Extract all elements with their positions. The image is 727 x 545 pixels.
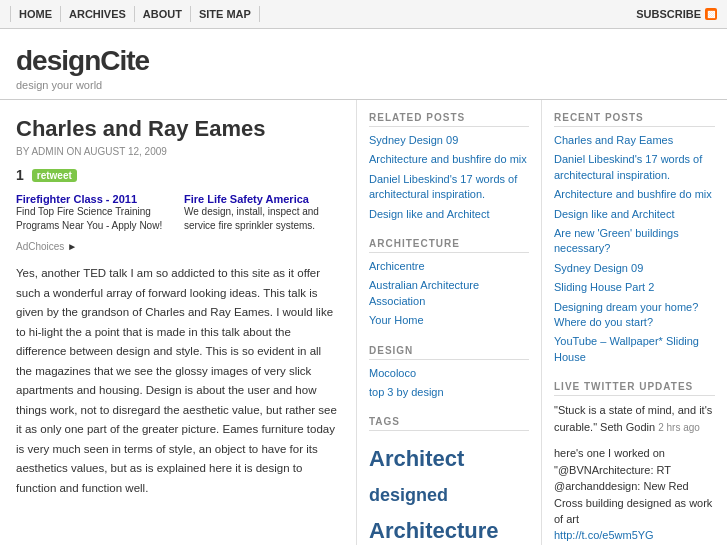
twitter-update-0: "Stuck is a state of mind, and it's cura… bbox=[554, 402, 715, 435]
nav-links: HOME ARCHIVES ABOUT SITE MAP bbox=[10, 6, 260, 22]
arch-link-1[interactable]: Australian Architecture Association bbox=[369, 278, 529, 309]
ads-row: Firefighter Class - 2011 Find Top Fire S… bbox=[16, 193, 340, 233]
ad-2: Fire Life Safety America We design, inst… bbox=[184, 193, 340, 233]
related-posts-section: Related Posts Sydney Design 09 Architect… bbox=[369, 112, 529, 222]
tag-architect[interactable]: Architect bbox=[369, 446, 464, 471]
recent-post-0[interactable]: Charles and Ray Eames bbox=[554, 133, 715, 148]
recent-post-3[interactable]: Design like and Architect bbox=[554, 207, 715, 222]
right-sidebar: Recent Posts Charles and Ray Eames Danie… bbox=[542, 100, 727, 545]
ad-2-body: We design, install, inspect and service … bbox=[184, 205, 340, 233]
recent-post-6[interactable]: Sliding House Part 2 bbox=[554, 280, 715, 295]
design-title: Design bbox=[369, 345, 529, 360]
adchoices-label: AdChoices bbox=[16, 241, 64, 252]
related-posts-title: Related Posts bbox=[369, 112, 529, 127]
site-tagline: design your world bbox=[16, 79, 711, 91]
twitter-update-1: here's one I worked on "@BVNArchitecture… bbox=[554, 445, 715, 545]
retweet-row: 1 retweet bbox=[16, 167, 340, 183]
tags-cloud: Architect designed Architecture Bushfire… bbox=[369, 439, 529, 545]
post-meta: by ADMIN on AUGUST 12, 2009 bbox=[16, 146, 340, 157]
architecture-section: Architecture Archicentre Australian Arch… bbox=[369, 238, 529, 329]
subscribe-link[interactable]: SUBSCRIBE ▩ bbox=[636, 8, 717, 20]
tags-title: Tags bbox=[369, 416, 529, 431]
twitter-title: Live Twitter Updates bbox=[554, 381, 715, 396]
ad-1-link[interactable]: Firefighter Class - 2011 bbox=[16, 193, 137, 205]
mid-sidebar: Related Posts Sydney Design 09 Architect… bbox=[357, 100, 542, 545]
twitter-section: Live Twitter Updates "Stuck is a state o… bbox=[554, 381, 715, 545]
nav-sitemap[interactable]: SITE MAP bbox=[191, 6, 260, 22]
adchoices-arrow: ► bbox=[67, 241, 77, 252]
twitter-link-1[interactable]: http://t.co/e5wm5YG bbox=[554, 528, 715, 543]
recent-post-5[interactable]: Sydney Design 09 bbox=[554, 261, 715, 276]
tags-section: Tags Architect designed Architecture Bus… bbox=[369, 416, 529, 545]
recent-post-4[interactable]: Are new 'Green' buildings necessary? bbox=[554, 226, 715, 257]
design-link-1[interactable]: top 3 by design bbox=[369, 385, 529, 400]
related-post-0[interactable]: Sydney Design 09 bbox=[369, 133, 529, 148]
arch-link-2[interactable]: Your Home bbox=[369, 313, 529, 328]
related-post-3[interactable]: Design like and Architect bbox=[369, 207, 529, 222]
ad-2-link[interactable]: Fire Life Safety America bbox=[184, 193, 309, 205]
related-post-2[interactable]: Daniel Libeskind's 17 words of architect… bbox=[369, 172, 529, 203]
site-title: designCite bbox=[16, 45, 711, 77]
recent-post-1[interactable]: Daniel Libeskind's 17 words of architect… bbox=[554, 152, 715, 183]
content-area: Charles and Ray Eames by ADMIN on AUGUST… bbox=[0, 100, 357, 545]
recent-post-8[interactable]: YouTube – Wallpaper* Sliding House bbox=[554, 334, 715, 365]
twitter-time-0: 2 hrs ago bbox=[658, 422, 700, 433]
adchoices: AdChoices ► bbox=[16, 241, 340, 252]
ad-1: Firefighter Class - 2011 Find Top Fire S… bbox=[16, 193, 172, 233]
recent-posts-section: Recent Posts Charles and Ray Eames Danie… bbox=[554, 112, 715, 365]
rss-icon: ▩ bbox=[705, 8, 717, 20]
tag-designed[interactable]: designed bbox=[369, 485, 448, 505]
subscribe-label: SUBSCRIBE bbox=[636, 8, 701, 20]
site-header: designCite design your world bbox=[0, 29, 727, 100]
tag-architecture[interactable]: Architecture bbox=[369, 518, 499, 543]
architecture-title: Architecture bbox=[369, 238, 529, 253]
post-body: Yes, another TED talk I am so addicted t… bbox=[16, 264, 340, 499]
twitter-text-1: here's one I worked on "@BVNArchitecture… bbox=[554, 447, 712, 525]
design-section: Design Mocoloco top 3 by design bbox=[369, 345, 529, 401]
main-layout: Charles and Ray Eames by ADMIN on AUGUST… bbox=[0, 100, 727, 545]
related-post-1[interactable]: Architecture and bushfire do mix bbox=[369, 152, 529, 167]
nav-home[interactable]: HOME bbox=[10, 6, 61, 22]
nav-archives[interactable]: ARCHIVES bbox=[61, 6, 135, 22]
top-navigation: HOME ARCHIVES ABOUT SITE MAP SUBSCRIBE ▩ bbox=[0, 0, 727, 29]
design-link-0[interactable]: Mocoloco bbox=[369, 366, 529, 381]
arch-link-0[interactable]: Archicentre bbox=[369, 259, 529, 274]
recent-post-2[interactable]: Architecture and bushfire do mix bbox=[554, 187, 715, 202]
retweet-count: 1 bbox=[16, 167, 24, 183]
recent-posts-title: Recent Posts bbox=[554, 112, 715, 127]
retweet-badge[interactable]: retweet bbox=[32, 169, 77, 182]
ad-1-body: Find Top Fire Science Training Programs … bbox=[16, 205, 172, 233]
nav-about[interactable]: ABOUT bbox=[135, 6, 191, 22]
post-title: Charles and Ray Eames bbox=[16, 116, 340, 142]
recent-post-7[interactable]: Designing dream your home? Where do you … bbox=[554, 300, 715, 331]
